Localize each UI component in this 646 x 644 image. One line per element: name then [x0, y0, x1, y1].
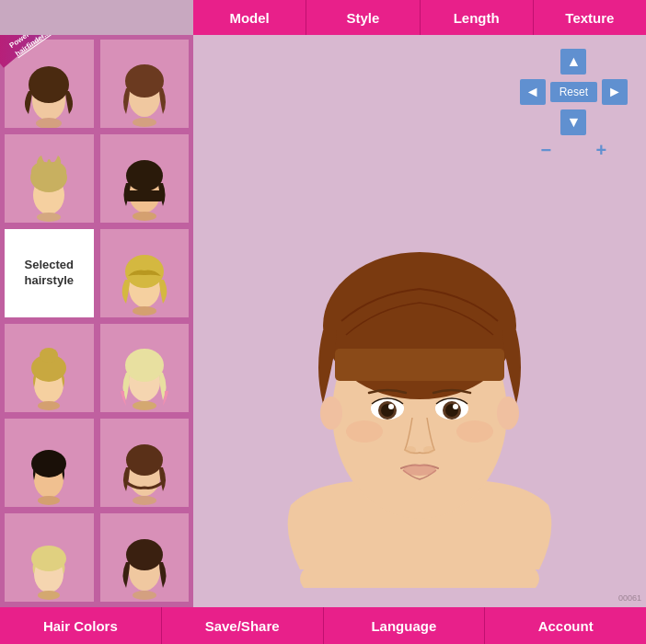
hairstyle-11[interactable]: [3, 512, 96, 604]
svg-point-55: [403, 465, 436, 476]
selected-label: Selected hairstyle: [3, 227, 96, 319]
hairstyle-7-thumb: [12, 325, 86, 412]
hairstyle-6[interactable]: [98, 227, 191, 319]
svg-point-34: [133, 591, 156, 600]
hairstyle-6-thumb: [108, 230, 181, 317]
svg-point-31: [38, 591, 60, 600]
model-svg: [208, 54, 631, 588]
svg-rect-11: [126, 190, 163, 201]
model-display: [208, 54, 631, 588]
svg-point-25: [38, 496, 60, 505]
hairstyle-2-thumb: [108, 40, 181, 128]
hairstyle-3-thumb: [12, 135, 86, 223]
hairstyle-12[interactable]: [98, 512, 191, 604]
selected-text: Selected hairstyle: [25, 258, 74, 289]
hairstyle-7[interactable]: [3, 322, 96, 414]
svg-point-56: [346, 420, 383, 443]
hairstyle-14[interactable]: [98, 606, 191, 607]
svg-point-28: [133, 496, 156, 505]
hairstyle-4[interactable]: [98, 132, 191, 224]
svg-point-5: [133, 118, 156, 127]
hairstyle-9[interactable]: [3, 417, 96, 509]
bottom-account[interactable]: Account: [485, 607, 646, 644]
main-canvas: ▲ ◄ Reset ► ▼ − +: [193, 35, 646, 607]
hairstyle-14-thumb: [108, 606, 181, 607]
hairstyle-10-thumb: [108, 420, 181, 507]
svg-point-52: [453, 404, 458, 409]
bottom-hair-colors[interactable]: Hair Colors: [0, 607, 162, 644]
svg-point-53: [405, 446, 416, 454]
svg-point-4: [125, 64, 164, 98]
svg-point-15: [133, 306, 156, 316]
hairstyle-11-thumb: [12, 514, 86, 602]
bottom-save-share[interactable]: Save/Share: [162, 607, 324, 644]
tab-texture[interactable]: Texture: [534, 0, 646, 35]
hairstyle-8-thumb: [108, 325, 181, 412]
svg-point-33: [126, 539, 163, 570]
bottom-nav: Hair Colors Save/Share Language Account: [0, 607, 646, 644]
svg-point-24: [31, 450, 66, 477]
svg-point-57: [456, 420, 493, 443]
svg-point-58: [320, 397, 342, 430]
hairstyle-13[interactable]: [3, 606, 96, 607]
hairstyle-12-thumb: [108, 514, 181, 602]
tab-style[interactable]: Style: [306, 0, 420, 35]
svg-point-48: [388, 404, 394, 409]
svg-point-22: [133, 401, 156, 410]
watermark: 00061: [618, 593, 641, 603]
svg-point-54: [423, 446, 434, 454]
svg-point-12: [133, 212, 156, 221]
tab-model[interactable]: Model: [193, 0, 306, 35]
svg-point-59: [497, 397, 519, 430]
svg-point-21: [125, 349, 164, 382]
bottom-language[interactable]: Language: [324, 607, 486, 644]
svg-point-18: [40, 348, 58, 362]
sidebar: Powered by hairfinder.com: [0, 35, 193, 607]
svg-point-30: [31, 546, 66, 571]
top-nav: Model Style Length Texture: [193, 0, 646, 35]
svg-point-27: [126, 444, 163, 476]
hairstyle-4-thumb: [108, 135, 181, 223]
svg-point-10: [126, 160, 163, 191]
hairstyle-8[interactable]: [98, 322, 191, 414]
svg-point-8: [37, 213, 61, 222]
svg-point-19: [38, 401, 60, 410]
logo-area: Powered by hairfinder.com: [0, 35, 87, 122]
hairstyle-3[interactable]: [3, 132, 96, 224]
hairstyle-9-thumb: [12, 420, 86, 507]
main-area: Powered by hairfinder.com: [0, 35, 646, 607]
hairstyle-13-thumb: [12, 606, 86, 607]
svg-rect-44: [335, 349, 504, 381]
hairstyle-2[interactable]: [98, 38, 191, 130]
tab-length[interactable]: Length: [421, 0, 534, 35]
hairstyle-10[interactable]: [98, 417, 191, 509]
